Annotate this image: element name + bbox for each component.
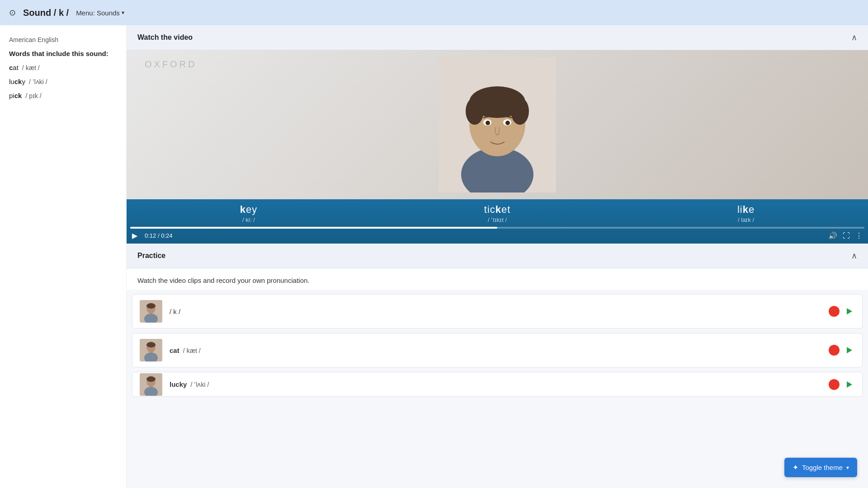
practice-collapse-button[interactable]: ∧ — [851, 251, 857, 261]
video-collapse-button[interactable]: ∧ — [851, 33, 857, 42]
practice-word: lucky — [170, 380, 187, 388]
record-button[interactable] — [829, 345, 840, 356]
word-cat: cat — [9, 64, 19, 71]
list-item: lucky / ˈlʌki / — [9, 78, 117, 85]
play-button[interactable] — [844, 345, 855, 356]
practice-item-controls — [829, 379, 855, 390]
practice-item-label: / k / — [170, 308, 821, 315]
svg-point-10 — [505, 121, 510, 125]
video-section-header: Watch the video ∧ — [127, 25, 868, 50]
star-icon: ✦ — [793, 463, 798, 472]
avatar — [140, 339, 162, 361]
video-controls-bar: key / kiː / ticket / ˈtɪkɪt / like / laɪ… — [127, 199, 868, 244]
practice-section-header: Practice ∧ — [127, 244, 868, 268]
practice-item-label: lucky / ˈlʌki / — [170, 380, 821, 388]
avatar — [140, 300, 162, 323]
header: ⊙ Sound / k / Menu: Sounds ▾ — [0, 0, 868, 25]
list-item: cat / kæt / — [9, 64, 117, 71]
chevron-down-icon: ▾ — [122, 9, 124, 16]
practice-item: lucky / ˈlʌki / — [132, 372, 863, 397]
practice-phonetic: / k / — [170, 308, 180, 315]
word-lucky: lucky — [9, 78, 25, 85]
video-word-bar: key / kiː / ticket / ˈtɪkɪt / like / laɪ… — [127, 199, 868, 225]
sidebar: American English Words that include this… — [0, 25, 127, 488]
record-button[interactable] — [829, 379, 840, 390]
oxford-logo: OXFORD — [145, 59, 197, 70]
practice-word: cat — [170, 347, 179, 354]
record-button[interactable] — [829, 306, 840, 317]
practice-item-label: cat / kæt / — [170, 347, 821, 354]
video-section-title: Watch the video — [137, 33, 193, 42]
menu-label: Menu: Sounds — [76, 9, 120, 17]
svg-point-9 — [486, 121, 490, 125]
word-pick: pick — [9, 92, 22, 99]
practice-items-list: / k / — [127, 290, 868, 397]
practice-phonetic: / kæt / — [183, 347, 201, 354]
page-title: Sound / k / — [23, 8, 69, 18]
chevron-down-icon: ▾ — [846, 465, 849, 471]
list-item: pick / pɪk / — [9, 92, 117, 99]
play-button[interactable] — [844, 379, 855, 390]
practice-item-controls — [829, 306, 855, 317]
practice-item-controls — [829, 345, 855, 356]
toggle-theme-button[interactable]: ✦ Toggle theme ▾ — [784, 458, 857, 477]
video-container: OXFORD — [127, 50, 868, 244]
avatar-illustration — [140, 339, 162, 361]
video-time: 0:12 / 0:24 — [145, 232, 172, 239]
avatar — [140, 373, 162, 396]
practice-section: Practice ∧ Watch the video clips and rec… — [127, 244, 868, 397]
video-word-key: key / kiː / — [240, 204, 258, 223]
toggle-theme-label: Toggle theme — [802, 464, 843, 471]
video-volume-button[interactable]: 🔊 — [828, 231, 837, 240]
practice-section-title: Practice — [137, 252, 165, 260]
video-wrapper: OXFORD — [127, 50, 868, 199]
practice-phonetic: / ˈlʌki / — [191, 381, 209, 388]
back-icon: ⊙ — [9, 8, 16, 18]
practice-item: / k / — [132, 294, 863, 328]
svg-point-18 — [146, 342, 156, 347]
video-thumbnail: OXFORD — [127, 50, 868, 199]
play-triangle-icon — [847, 347, 852, 353]
svg-point-14 — [146, 303, 156, 309]
main-content: Watch the video ∧ OXFORD — [127, 25, 868, 488]
play-triangle-icon — [847, 381, 852, 388]
back-button[interactable]: ⊙ — [9, 8, 16, 18]
video-word-ticket: ticket / ˈtɪkɪt / — [484, 204, 511, 223]
avatar-illustration — [140, 373, 162, 396]
spacer — [132, 290, 863, 294]
practice-item: cat / kæt / — [132, 333, 863, 367]
phonetic-cat: / kæt / — [22, 64, 40, 71]
page-layout: American English Words that include this… — [0, 25, 868, 488]
svg-point-6 — [511, 98, 529, 125]
video-play-button[interactable]: ▶ — [132, 231, 137, 240]
practice-description: Watch the video clips and record your ow… — [127, 268, 868, 290]
video-word-like: like / laɪk / — [737, 204, 755, 223]
sidebar-section-title: Words that include this sound: — [9, 50, 117, 57]
video-progress-container — [127, 225, 868, 229]
sidebar-language: American English — [9, 36, 117, 43]
avatar-illustration — [140, 300, 162, 323]
phonetic-lucky: / ˈlʌki / — [29, 78, 47, 85]
video-more-button[interactable]: ⋮ — [855, 231, 863, 240]
svg-point-22 — [146, 376, 156, 382]
video-fullscreen-button[interactable]: ⛶ — [843, 232, 850, 240]
video-controls-row: ▶ 0:12 / 0:24 🔊 ⛶ ⋮ — [127, 229, 868, 244]
menu-sounds-button[interactable]: Menu: Sounds ▾ — [76, 9, 124, 17]
play-button[interactable] — [844, 306, 855, 317]
svg-point-5 — [466, 98, 484, 125]
phonetic-pick: / pɪk / — [25, 92, 41, 99]
play-triangle-icon — [847, 308, 852, 314]
person-illustration — [439, 57, 556, 192]
